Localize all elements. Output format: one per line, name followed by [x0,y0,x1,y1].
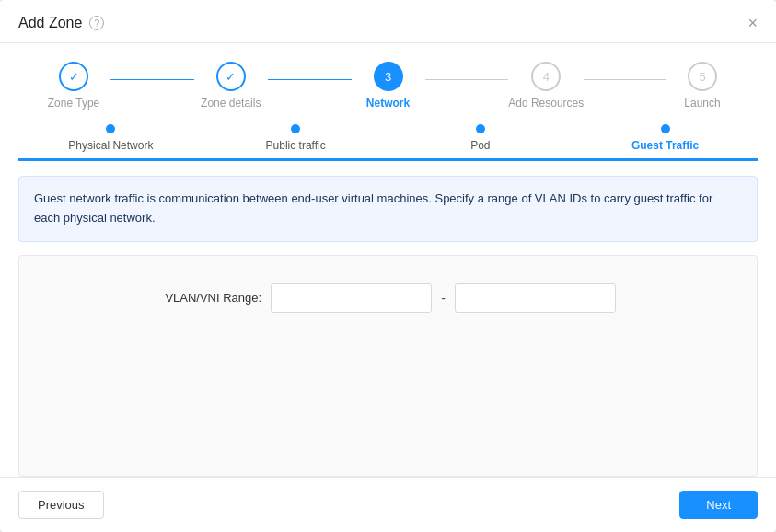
connector-1 [110,79,194,80]
step-circle-zone-type: ✓ [59,62,88,91]
dialog-title: Add Zone [18,15,82,31]
sub-tab-guest-traffic[interactable]: Guest Traffic [573,124,758,161]
help-icon[interactable]: ? [89,16,104,30]
previous-button[interactable]: Previous [18,491,104,519]
sub-tab-label-public: Public traffic [266,139,326,152]
step-circle-launch: 5 [688,62,717,91]
step-group-3: 3 Network [352,62,509,110]
sub-tab-dot-pod [476,124,485,133]
step-circle-network: 3 [374,62,403,91]
step-label-launch: Launch [684,97,720,110]
sub-tab-label-physical: Physical Network [68,139,153,152]
vlan-label: VLAN/VNI Range: [160,291,261,305]
range-separator: - [441,291,446,306]
step-group-2: ✓ Zone details [194,62,352,110]
close-button[interactable]: × [747,15,758,31]
vlan-range-from-input[interactable] [271,283,432,313]
step-label-add-resources: Add Resources [508,97,584,110]
dialog-header: Add Zone ? × [0,0,776,43]
vlan-range-row: VLAN/VNI Range: - [38,283,738,313]
connector-3 [425,79,509,80]
step-zone-type: ✓ Zone Type [37,62,110,110]
sub-tab-dot-physical [106,124,115,133]
form-area: VLAN/VNI Range: - [18,255,758,477]
wizard-steps: ✓ Zone Type ✓ Zone details 3 Network 4 A… [0,43,776,110]
info-text: Guest network traffic is communication b… [34,190,742,228]
step-label-zone-type: Zone Type [48,97,99,110]
sub-tab-label-pod: Pod [470,139,490,152]
step-group-1: ✓ Zone Type [37,62,194,110]
title-row: Add Zone ? [18,15,104,31]
vlan-range-to-input[interactable] [455,283,616,313]
sub-tab-dot-guest [661,124,670,133]
step-zone-details: ✓ Zone details [194,62,268,110]
step-group-5: 5 Launch [666,62,739,110]
sub-tab-physical-network[interactable]: Physical Network [18,124,203,161]
dialog-footer: Previous Next [0,477,776,532]
sub-tab-public-traffic[interactable]: Public traffic [203,124,388,161]
step-circle-zone-details: ✓ [216,62,246,91]
add-zone-dialog: Add Zone ? × ✓ Zone Type ✓ Zone details … [0,0,776,532]
connector-4 [584,79,666,80]
step-add-resources: 4 Add Resources [508,62,584,110]
next-button[interactable]: Next [679,491,758,519]
info-box: Guest network traffic is communication b… [18,176,758,242]
step-group-4: 4 Add Resources [508,62,666,110]
step-label-network: Network [366,97,410,110]
sub-nav-tabs: Physical Network Public traffic Pod Gues… [18,124,758,161]
step-circle-add-resources: 4 [531,62,561,91]
step-network: 3 Network [352,62,425,110]
step-label-zone-details: Zone details [201,97,261,110]
step-launch: 5 Launch [666,62,739,110]
connector-2 [268,79,352,80]
sub-nav: Physical Network Public traffic Pod Gues… [0,124,776,161]
sub-tab-label-guest: Guest Traffic [631,139,699,152]
sub-tab-dot-public [291,124,300,133]
sub-tab-pod[interactable]: Pod [388,124,573,161]
